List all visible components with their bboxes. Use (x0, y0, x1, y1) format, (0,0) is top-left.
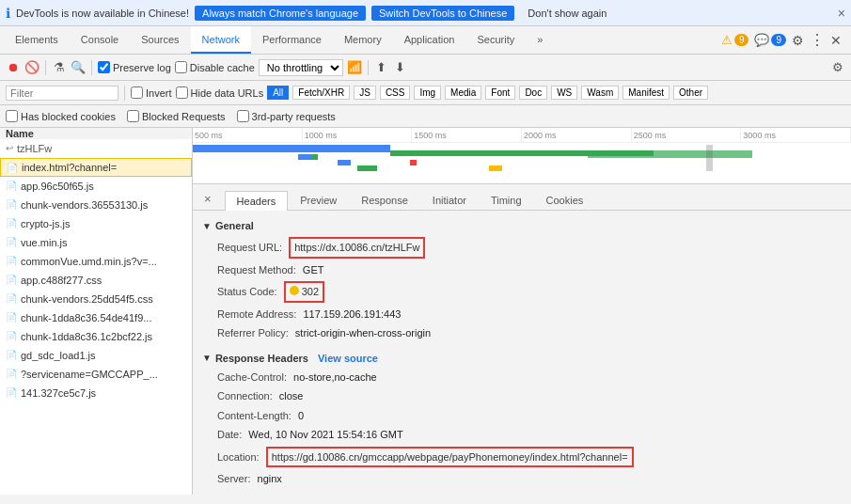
blocked-cookies-label[interactable]: Has blocked cookies (6, 110, 116, 122)
tab-performance[interactable]: Performance (251, 26, 333, 54)
filter-wasm-button[interactable]: Wasm (581, 86, 619, 100)
search-icon[interactable]: 🔍 (71, 60, 86, 75)
import-icon[interactable]: ⬆ (374, 60, 389, 75)
preserve-log-label[interactable]: Preserve log (98, 61, 171, 73)
preserve-log-checkbox[interactable] (98, 61, 110, 73)
file-name: index.html?channel= (22, 162, 117, 173)
filter-other-button[interactable]: Other (673, 86, 708, 100)
tab-security[interactable]: Security (465, 26, 526, 54)
filter-doc-button[interactable]: Doc (519, 86, 547, 100)
detail-panel: 500 ms 1000 ms 1500 ms 2000 ms 2500 ms 3… (193, 128, 851, 495)
tab-sources[interactable]: Sources (130, 26, 190, 54)
invert-label[interactable]: Invert (131, 87, 172, 99)
more-icon[interactable]: ⋮ (810, 31, 825, 49)
invert-checkbox[interactable] (131, 87, 143, 99)
third-party-checkbox[interactable] (237, 110, 249, 122)
list-item[interactable]: 📄 vue.min.js (0, 233, 192, 252)
detail-tab-headers[interactable]: Headers (225, 191, 289, 211)
record-icon[interactable]: ⏺ (6, 60, 21, 75)
close-devtools-icon[interactable]: ✕ (830, 33, 842, 48)
filter-fetch-button[interactable]: Fetch/XHR (292, 86, 350, 100)
disable-cache-checkbox[interactable] (175, 61, 187, 73)
filter-img-button[interactable]: Img (414, 86, 441, 100)
list-item[interactable]: 📄 ?servicename=GMCCAPP_... (0, 365, 192, 384)
info-icon: ℹ (6, 6, 10, 21)
list-item[interactable]: 📄 chunk-1dda8c36.1c2bcf22.js (0, 327, 192, 346)
filter-css-button[interactable]: CSS (380, 86, 411, 100)
filter-font-button[interactable]: Font (485, 86, 515, 100)
tab-memory[interactable]: Memory (333, 26, 393, 54)
file-name: chunk-vendors.25dd54f5.css (21, 293, 153, 305)
list-item[interactable]: 📄 app.96c50f65.js (0, 177, 192, 196)
clear-icon[interactable]: 🚫 (24, 60, 39, 75)
filter-js-button[interactable]: JS (354, 86, 376, 100)
detail-tab-cookies[interactable]: Cookies (534, 190, 596, 210)
detail-tabs: × Headers Preview Response Initiator Tim… (193, 184, 851, 211)
response-headers-section-header[interactable]: ▼ Response Headers View source (202, 349, 842, 368)
list-item[interactable]: 📄 app.c488f277.css (0, 271, 192, 290)
detail-tab-initiator[interactable]: Initiator (420, 190, 479, 210)
general-section-header[interactable]: ▼ General (202, 216, 842, 235)
view-source-link[interactable]: View source (318, 353, 378, 364)
request-url-label: Request URL: (217, 242, 282, 253)
list-item[interactable]: 📄 chunk-1dda8c36.54de41f9... (0, 308, 192, 327)
filter-ws-button[interactable]: WS (551, 86, 577, 100)
tab-network[interactable]: Network (191, 26, 251, 54)
list-item[interactable]: 📄 index.html?channel= (0, 158, 192, 177)
content-length-value: 0 (298, 410, 304, 421)
file-name: chunk-1dda8c36.1c2bcf22.js (21, 331, 152, 342)
export-icon[interactable]: ⬇ (393, 60, 408, 75)
file-icon: 📄 (6, 199, 17, 210)
detail-tab-preview[interactable]: Preview (288, 190, 349, 210)
disable-cache-text: Disable cache (190, 62, 255, 73)
hide-data-urls-checkbox[interactable] (176, 87, 188, 99)
file-name: chunk-vendors.36553130.js (21, 199, 148, 211)
tab-bar: Elements Console Sources Network Perform… (0, 26, 851, 55)
file-name: ?servicename=GMCCAPP_... (21, 369, 158, 380)
list-item[interactable]: 📄 crypto-js.js (0, 214, 192, 233)
switch-chinese-button[interactable]: Switch DevTools to Chinese (371, 6, 514, 21)
remote-address-row: Remote Address: 117.159.206.191:443 (202, 305, 842, 324)
hide-data-urls-label[interactable]: Hide data URLs (176, 87, 264, 99)
server-label: Server: (217, 473, 250, 484)
detail-tab-timing[interactable]: Timing (479, 190, 534, 210)
third-party-label[interactable]: 3rd-party requests (237, 110, 336, 122)
list-item[interactable]: 📄 141.327ce5c7.js (0, 384, 192, 402)
filter-media-button[interactable]: Media (445, 86, 481, 100)
filter-manifest-button[interactable]: Manifest (622, 86, 670, 100)
waterfall-bar (357, 165, 377, 171)
list-item[interactable]: 📄 chunk-vendors.36553130.js (0, 196, 192, 214)
location-row: Location: https://gd.10086.cn/gmccapp/we… (202, 445, 842, 470)
settings2-icon[interactable]: ⚙ (830, 60, 845, 75)
list-item[interactable]: 📄 gd_sdc_load1.js (0, 346, 192, 365)
network-conditions-icon[interactable]: 📶 (347, 60, 362, 75)
tab-elements[interactable]: Elements (4, 26, 70, 54)
headers-content: ▼ General Request URL: https://dx.10086.… (193, 211, 851, 495)
list-item[interactable]: ↩ tzHLFw (0, 139, 192, 158)
dont-show-button[interactable]: Don't show again (520, 6, 614, 21)
match-language-button[interactable]: Always match Chrome's language (195, 6, 366, 21)
throttling-select[interactable]: No throttling (259, 59, 343, 76)
waterfall-bar (410, 160, 417, 165)
list-item[interactable]: 📄 chunk-vendors.25dd54f5.css (0, 290, 192, 308)
blocked-cookies-checkbox[interactable] (6, 110, 18, 122)
filter-input[interactable] (6, 86, 118, 101)
blocked-requests-checkbox[interactable] (127, 110, 139, 122)
close-infobar-button[interactable]: × (838, 6, 845, 21)
close-detail-button[interactable]: × (198, 188, 217, 210)
content-length-row: Content-Length: 0 (202, 406, 842, 426)
blocked-requests-label[interactable]: Blocked Requests (127, 110, 226, 122)
list-item[interactable]: 📄 commonVue.umd.min.js?v=... (0, 252, 192, 271)
date-row: Date: Wed, 10 Nov 2021 15:54:16 GMT (202, 425, 842, 445)
file-icon: 📄 (6, 218, 17, 228)
disable-cache-label[interactable]: Disable cache (175, 61, 255, 73)
tab-application[interactable]: Application (393, 26, 466, 54)
filter-icon[interactable]: ⚗ (52, 60, 67, 75)
settings-icon[interactable]: ⚙ (792, 33, 804, 48)
detail-tab-response[interactable]: Response (349, 190, 420, 210)
cache-control-label: Cache-Control: (217, 371, 287, 383)
filter-all-button[interactable]: All (267, 86, 289, 100)
tab-console[interactable]: Console (70, 26, 130, 54)
referrer-policy-value: strict-origin-when-cross-origin (295, 327, 431, 339)
tab-more[interactable]: » (526, 26, 554, 54)
